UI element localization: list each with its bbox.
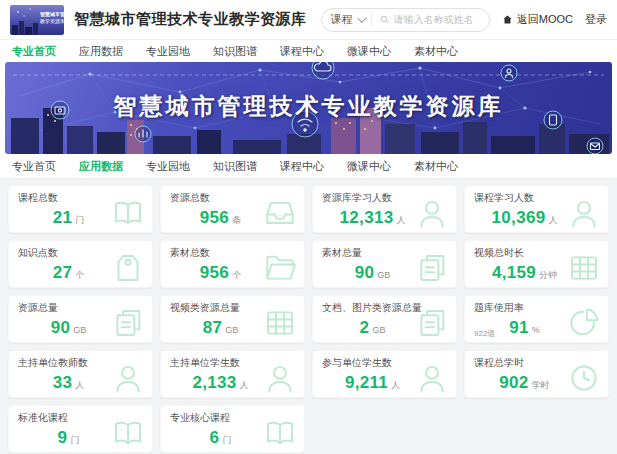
nav-item-material-center[interactable]: 素材中心 (414, 44, 458, 59)
stat-unit: % (532, 325, 540, 335)
stat-value: 9 (58, 428, 68, 447)
document-icon (415, 306, 449, 340)
chevron-down-icon (357, 13, 367, 23)
user-icon (415, 196, 449, 230)
stat-card-course-learners: 课程学习人数 10,369人 (464, 185, 609, 233)
stat-card-course-hours: 课程总学时 902学时 (464, 350, 609, 398)
page-title: 智慧城市管理技术专业教学资源库 (74, 10, 307, 29)
site-logo[interactable]: 智慧城市管理 教学资源库 (10, 5, 64, 35)
subnav-item-garden[interactable]: 专业园地 (146, 159, 190, 174)
subnav-item-home[interactable]: 专业首页 (12, 159, 56, 174)
stat-unit: GB (372, 325, 385, 335)
stat-unit: 条 (232, 215, 241, 225)
nav-item-course-center[interactable]: 课程中心 (280, 44, 324, 59)
stat-card-resource-size: 资源总量 90GB (8, 295, 153, 343)
stat-value: 902 (499, 373, 528, 392)
stat-card-host-students: 主持单位学生数 2,133人 (160, 350, 305, 398)
pie-chart-icon (567, 306, 601, 340)
folder-icon (263, 251, 297, 285)
stat-unit: 分钟 (539, 270, 557, 280)
stat-card-material-count: 素材总数 956个 (160, 240, 305, 288)
stat-card-resource-total: 资源总数 956条 (160, 185, 305, 233)
stat-unit: 个 (75, 270, 84, 280)
stat-unit: GB (225, 325, 238, 335)
stat-card-host-teachers: 主持单位教师数 33人 (8, 350, 153, 398)
stat-card-partner-students: 参与单位学生数 9,211人 (312, 350, 457, 398)
svg-text:教学资源库: 教学资源库 (40, 18, 64, 25)
document-icon (111, 306, 145, 340)
stat-value: 956 (200, 263, 229, 282)
tag-icon (111, 251, 145, 285)
stat-note: 922道 (474, 328, 495, 339)
stat-card-standard-courses: 标准化课程 9门 (8, 405, 153, 453)
banner-title: 智慧城市管理技术专业教学资源库 (5, 62, 612, 154)
search-icon (379, 14, 390, 25)
stat-value: 9,211 (345, 373, 388, 392)
stat-value: 91 (509, 318, 529, 337)
user-icon (415, 361, 449, 395)
stat-unit: GB (377, 270, 390, 280)
primary-nav: 专业首页 应用数据 专业园地 知识图谱 课程中心 微课中心 素材中心 (0, 40, 617, 62)
stat-unit: 人 (75, 380, 84, 390)
stat-card-video-duration: 视频总时长 4,159分钟 (464, 240, 609, 288)
stat-card-knowledge-points: 知识点数 27个 (8, 240, 153, 288)
stat-value: 87 (203, 318, 223, 337)
stat-card-material-size: 素材总量 90GB (312, 240, 457, 288)
subnav-item-course-center[interactable]: 课程中心 (280, 159, 324, 174)
book-icon (111, 196, 145, 230)
stat-value: 27 (53, 263, 73, 282)
back-to-mooc-link[interactable]: 返回MOOC (502, 12, 573, 27)
stat-value: 10,369 (492, 208, 546, 227)
nav-item-micro-course-center[interactable]: 微课中心 (347, 44, 391, 59)
book-icon (263, 416, 297, 450)
user-icon (111, 361, 145, 395)
stat-value: 12,313 (340, 208, 394, 227)
stat-unit: 门 (70, 435, 79, 445)
stat-value: 6 (210, 428, 220, 447)
nav-item-home[interactable]: 专业首页 (12, 44, 56, 59)
nav-item-app-data[interactable]: 应用数据 (79, 44, 123, 59)
nav-item-garden[interactable]: 专业园地 (146, 44, 190, 59)
stat-value: 90 (355, 263, 375, 282)
stat-card-core-courses: 专业核心课程 6门 (160, 405, 305, 453)
grid-icon (263, 306, 297, 340)
stats-grid: 课程总数 21门 资源总数 956条 资源库学习人数 12,313人 课程学习人… (0, 179, 617, 454)
stat-value: 33 (53, 373, 73, 392)
stat-unit: 门 (75, 215, 84, 225)
search-input[interactable] (394, 14, 480, 25)
stat-unit: 人 (396, 215, 405, 225)
inbox-icon (263, 196, 297, 230)
stat-unit: 人 (240, 380, 249, 390)
user-icon (263, 361, 297, 395)
subnav-item-micro-course-center[interactable]: 微课中心 (347, 159, 391, 174)
home-icon (502, 14, 513, 25)
stat-card-video-resource-size: 视频类资源总量 87GB (160, 295, 305, 343)
login-button[interactable]: 登录 (585, 12, 607, 27)
hero-banner: 智慧城市管理技术专业教学资源库 (5, 62, 612, 154)
stat-value: 956 (200, 208, 229, 227)
stat-unit: 人 (548, 215, 557, 225)
stat-unit: 人 (391, 380, 400, 390)
stat-unit: GB (73, 325, 86, 335)
stat-card-doc-image-resource-size: 文档、图片类资源总量 2GB (312, 295, 457, 343)
stat-unit: 个 (232, 270, 241, 280)
secondary-nav: 专业首页 应用数据 专业园地 知识图谱 课程中心 微课中心 素材中心 (0, 154, 617, 179)
stat-value: 4,159 (492, 263, 536, 282)
nav-item-knowledge-graph[interactable]: 知识图谱 (213, 44, 257, 59)
stat-card-library-learners: 资源库学习人数 12,313人 (312, 185, 457, 233)
stat-value: 90 (51, 318, 71, 337)
stat-card-course-total: 课程总数 21门 (8, 185, 153, 233)
stat-value: 2 (360, 318, 370, 337)
search-bar: 课程 (321, 8, 490, 32)
document-icon (415, 251, 449, 285)
search-category-select[interactable]: 课程 (331, 12, 372, 27)
subnav-item-knowledge-graph[interactable]: 知识图谱 (213, 159, 257, 174)
stat-card-question-bank-usage: 题库使用率 91% 922道 (464, 295, 609, 343)
stat-unit: 门 (222, 435, 231, 445)
top-header: 智慧城市管理 教学资源库 智慧城市管理技术专业教学资源库 课程 返回MOOC 登… (0, 0, 617, 40)
subnav-item-app-data[interactable]: 应用数据 (79, 159, 123, 174)
clock-icon (567, 361, 601, 395)
subnav-item-material-center[interactable]: 素材中心 (414, 159, 458, 174)
book-icon (111, 416, 145, 450)
svg-text:智慧城市管理: 智慧城市管理 (39, 11, 64, 18)
